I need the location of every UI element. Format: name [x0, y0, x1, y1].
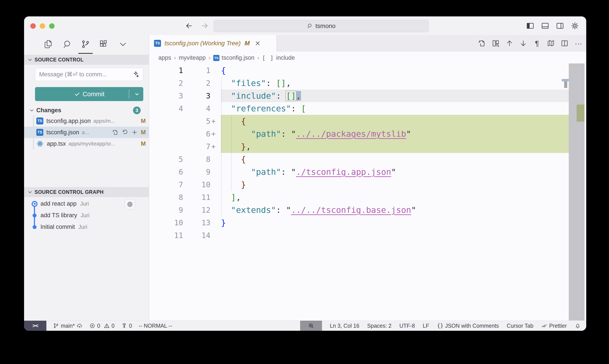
old-line-number[interactable] — [149, 128, 183, 140]
branch-status[interactable]: main* — [53, 323, 83, 329]
old-line-number[interactable] — [149, 140, 183, 153]
code-line-text[interactable]: "path": "../../packages/mytslib" — [221, 128, 569, 140]
old-line-number[interactable]: 6 — [149, 166, 183, 178]
old-line-number[interactable]: 9 — [149, 204, 183, 216]
code-line[interactable]: 9 12 "extends": "../../tsconfig.base.jso… — [149, 204, 586, 216]
new-line-number[interactable]: 6 — [183, 128, 210, 140]
navigate-forward-icon[interactable] — [201, 22, 209, 30]
activity-extensions-icon[interactable] — [98, 39, 109, 50]
generate-commit-message-button[interactable] — [132, 70, 141, 79]
old-line-number[interactable]: 1 — [149, 64, 183, 77]
changed-file-row[interactable]: app.tsx apps/myviteapp/sr... M — [24, 138, 149, 149]
discard-icon[interactable] — [122, 129, 128, 136]
open-file-icon[interactable] — [112, 129, 118, 136]
code-line[interactable]: 6 9 "path": "./tsconfig.app.json" — [149, 166, 586, 178]
close-window-button[interactable] — [30, 23, 36, 29]
map-icon[interactable] — [546, 39, 555, 48]
formatter-status[interactable]: Prettier — [541, 323, 567, 329]
notifications-button[interactable] — [575, 323, 581, 329]
old-line-number[interactable]: 4 — [149, 102, 183, 115]
cursor-tab-status[interactable]: Cursor Tab — [507, 323, 533, 329]
code-line-text[interactable]: }, — [221, 140, 569, 153]
new-line-number[interactable]: 13 — [183, 216, 210, 229]
commit-row[interactable]: Initial commit Juri — [24, 221, 149, 233]
new-line-number[interactable]: 4 — [183, 102, 210, 115]
code-line-text[interactable]: } — [221, 178, 569, 191]
code-line-text[interactable] — [221, 229, 569, 242]
code-line-text[interactable]: "references": [ — [221, 102, 569, 115]
new-line-number[interactable]: 14 — [183, 229, 210, 242]
eol-status[interactable]: LF — [423, 323, 429, 329]
remote-indicator[interactable]: >< — [24, 321, 46, 331]
code-line[interactable]: 8 11 ], — [149, 191, 586, 204]
vim-mode-indicator[interactable]: -- NORMAL -- — [139, 323, 172, 329]
new-line-number[interactable]: 2 — [183, 77, 210, 90]
activity-search-icon[interactable] — [62, 39, 72, 50]
activity-explorer-icon[interactable] — [43, 39, 53, 50]
code-line[interactable]: 10 13 } — [149, 216, 586, 229]
more-actions-icon[interactable]: ··· — [574, 39, 583, 48]
commit-dropdown-button[interactable] — [134, 91, 140, 97]
close-tab-button[interactable] — [254, 40, 261, 47]
commit-row[interactable]: add TS library Juri — [24, 209, 149, 221]
encoding-status[interactable]: UTF-8 — [400, 323, 415, 329]
code-line-text[interactable]: ], — [221, 191, 569, 204]
old-line-number[interactable]: 5 — [149, 153, 183, 166]
code-line-text[interactable]: { — [221, 115, 569, 128]
zoom-window-button[interactable] — [49, 23, 55, 29]
activity-source-control-icon[interactable] — [80, 39, 91, 50]
code-line[interactable]: 7 10 } — [149, 178, 586, 191]
code-line[interactable]: 5 8 { — [149, 153, 586, 166]
code-line[interactable]: 5 + { — [149, 115, 586, 128]
checkout-target-button[interactable] — [125, 199, 135, 209]
indentation-status[interactable]: Spaces: 2 — [367, 323, 391, 329]
code-line[interactable]: 1 1 { — [149, 64, 586, 77]
code-line[interactable]: 6 + "path": "../../packages/mytslib" — [149, 128, 586, 140]
commit-row[interactable]: add react app Juri — [24, 198, 149, 209]
old-line-number[interactable]: 10 — [149, 216, 183, 229]
code-line-text[interactable]: "files": [], — [221, 77, 569, 90]
code-line-text[interactable]: "include": [], — [221, 90, 569, 102]
code-line[interactable]: 4 4 "references": [ — [149, 102, 586, 115]
settings-gear-icon[interactable] — [570, 21, 579, 30]
new-line-number[interactable]: 3 — [183, 90, 210, 102]
old-line-number[interactable]: 8 — [149, 191, 183, 204]
tab-tsconfig-json-working-tree[interactable]: TS tsconfig.json (Working Tree) M — [149, 35, 277, 52]
changed-file-row[interactable]: TStsconfig.app.json apps/m... M — [24, 115, 149, 127]
layout-sidebar-right-icon[interactable] — [556, 21, 564, 30]
problems-status[interactable]: 0 0 — [89, 323, 115, 329]
old-line-number[interactable]: 3 — [149, 90, 183, 102]
code-line[interactable]: 3 3 "include": [], — [149, 90, 586, 102]
minimize-window-button[interactable] — [40, 23, 45, 29]
old-line-number[interactable]: 7 — [149, 178, 183, 191]
new-line-number[interactable]: 8 — [183, 153, 210, 166]
code-line-text[interactable]: { — [221, 64, 569, 77]
new-line-number[interactable]: 7 — [183, 140, 210, 153]
code-line-text[interactable]: } — [221, 216, 569, 229]
new-line-number[interactable]: 9 — [183, 166, 210, 178]
changes-section-header[interactable]: Changes 3 — [24, 106, 149, 114]
old-line-number[interactable]: 2 — [149, 77, 183, 90]
breadcrumb-item[interactable]: myviteapp — [179, 54, 206, 61]
language-mode-status[interactable]: {} JSON with Comments — [437, 323, 499, 329]
code-line[interactable]: 11 14 — [149, 229, 586, 242]
commit-button[interactable]: Commit — [35, 87, 143, 101]
previous-change-icon[interactable] — [505, 39, 514, 48]
ports-status[interactable]: 0 — [121, 323, 132, 329]
open-changes-icon[interactable] — [491, 39, 500, 48]
breadcrumb-item[interactable]: apps — [158, 54, 171, 61]
new-line-number[interactable]: 11 — [183, 191, 210, 204]
navigate-back-icon[interactable] — [185, 22, 193, 30]
breadcrumb-item[interactable]: [ ]include — [262, 54, 295, 61]
code-line-text[interactable]: "path": "./tsconfig.app.json" — [221, 166, 569, 178]
new-line-number[interactable]: 1 — [183, 64, 210, 77]
new-line-number[interactable]: 12 — [183, 204, 210, 216]
command-center-search[interactable]: tsmono — [213, 20, 429, 32]
old-line-number[interactable] — [149, 115, 183, 128]
activity-more-icon[interactable] — [118, 39, 128, 50]
code-line-text[interactable]: { — [221, 153, 569, 166]
breadcrumb-item[interactable]: TStsconfig.json — [213, 54, 254, 61]
changed-file-row[interactable]: TStsconfig.json a... M — [24, 127, 149, 138]
old-line-number[interactable]: 11 — [149, 229, 183, 242]
code-line-text[interactable]: "extends": "../../tsconfig.base.json" — [221, 204, 569, 216]
